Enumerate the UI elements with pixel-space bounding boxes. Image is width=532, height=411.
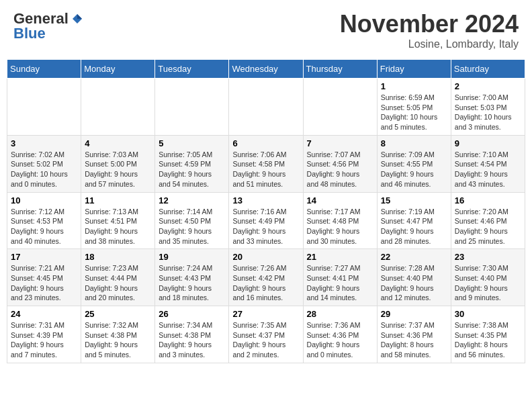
calendar-cell (303, 79, 377, 136)
day-info: Sunrise: 7:07 AMSunset: 4:56 PMDaylight:… (307, 150, 373, 189)
col-header-saturday: Saturday (451, 60, 525, 79)
calendar-cell: 1Sunrise: 6:59 AMSunset: 5:05 PMDaylight… (377, 79, 451, 136)
day-number: 13 (232, 195, 299, 205)
day-info: Sunrise: 7:23 AMSunset: 4:44 PMDaylight:… (85, 263, 151, 303)
day-number: 19 (159, 252, 225, 262)
month-title: November 2024 (340, 10, 519, 38)
day-number: 4 (85, 138, 151, 148)
svg-marker-1 (77, 14, 82, 19)
day-info: Sunrise: 7:37 AMSunset: 4:36 PMDaylight:… (381, 320, 447, 360)
day-number: 9 (455, 138, 521, 148)
calendar-table: SundayMondayTuesdayWednesdayThursdayFrid… (7, 59, 525, 363)
calendar-cell: 9Sunrise: 7:10 AMSunset: 4:54 PMDaylight… (451, 135, 525, 192)
calendar-cell: 6Sunrise: 7:06 AMSunset: 4:58 PMDaylight… (229, 135, 303, 192)
calendar-cell: 23Sunrise: 7:30 AMSunset: 4:40 PMDayligh… (451, 249, 525, 306)
day-info: Sunrise: 7:00 AMSunset: 5:03 PMDaylight:… (455, 93, 521, 132)
calendar-week-row: 17Sunrise: 7:21 AMSunset: 4:45 PMDayligh… (7, 249, 525, 306)
day-info: Sunrise: 7:10 AMSunset: 4:54 PMDaylight:… (455, 150, 521, 189)
calendar-cell: 29Sunrise: 7:37 AMSunset: 4:36 PMDayligh… (377, 306, 451, 363)
calendar-cell: 5Sunrise: 7:05 AMSunset: 4:59 PMDaylight… (155, 135, 229, 192)
calendar-week-row: 10Sunrise: 7:12 AMSunset: 4:53 PMDayligh… (7, 192, 525, 249)
calendar-cell: 8Sunrise: 7:09 AMSunset: 4:55 PMDaylight… (377, 135, 451, 192)
title-area: November 2024 Losine, Lombardy, Italy (340, 10, 519, 50)
calendar-cell: 21Sunrise: 7:27 AMSunset: 4:41 PMDayligh… (303, 249, 377, 306)
calendar-cell: 25Sunrise: 7:32 AMSunset: 4:38 PMDayligh… (81, 306, 155, 363)
day-number: 8 (381, 138, 447, 148)
day-number: 22 (381, 252, 447, 262)
day-info: Sunrise: 7:32 AMSunset: 4:38 PMDaylight:… (85, 320, 151, 360)
day-number: 21 (307, 252, 373, 262)
calendar-week-row: 1Sunrise: 6:59 AMSunset: 5:05 PMDaylight… (7, 79, 525, 136)
day-info: Sunrise: 7:26 AMSunset: 4:42 PMDaylight:… (232, 263, 299, 303)
day-info: Sunrise: 7:09 AMSunset: 4:55 PMDaylight:… (381, 150, 447, 189)
calendar-cell: 26Sunrise: 7:34 AMSunset: 4:38 PMDayligh… (155, 306, 229, 363)
day-info: Sunrise: 7:17 AMSunset: 4:48 PMDaylight:… (307, 207, 373, 246)
col-header-friday: Friday (377, 60, 451, 79)
logo: General Blue (13, 10, 83, 42)
day-number: 30 (455, 309, 521, 319)
day-info: Sunrise: 7:21 AMSunset: 4:45 PMDaylight:… (11, 263, 77, 303)
day-number: 10 (11, 195, 77, 205)
day-info: Sunrise: 7:31 AMSunset: 4:39 PMDaylight:… (11, 320, 77, 360)
calendar-cell: 4Sunrise: 7:03 AMSunset: 5:00 PMDaylight… (81, 135, 155, 192)
day-number: 23 (455, 252, 521, 262)
day-number: 1 (381, 81, 447, 91)
day-number: 25 (85, 309, 151, 319)
col-header-tuesday: Tuesday (155, 60, 229, 79)
day-number: 6 (232, 138, 299, 148)
calendar-cell: 19Sunrise: 7:24 AMSunset: 4:43 PMDayligh… (155, 249, 229, 306)
calendar-cell: 14Sunrise: 7:17 AMSunset: 4:48 PMDayligh… (303, 192, 377, 249)
day-number: 5 (159, 138, 225, 148)
day-number: 17 (11, 252, 77, 262)
day-number: 26 (159, 309, 225, 319)
calendar-cell: 3Sunrise: 7:02 AMSunset: 5:02 PMDaylight… (7, 135, 81, 192)
calendar-cell: 2Sunrise: 7:00 AMSunset: 5:03 PMDaylight… (451, 79, 525, 136)
calendar-cell (229, 79, 303, 136)
calendar-cell: 11Sunrise: 7:13 AMSunset: 4:51 PMDayligh… (81, 192, 155, 249)
calendar-cell: 10Sunrise: 7:12 AMSunset: 4:53 PMDayligh… (7, 192, 81, 249)
day-info: Sunrise: 7:02 AMSunset: 5:02 PMDaylight:… (11, 150, 77, 189)
calendar-cell: 17Sunrise: 7:21 AMSunset: 4:45 PMDayligh… (7, 249, 81, 306)
calendar-cell: 22Sunrise: 7:28 AMSunset: 4:40 PMDayligh… (377, 249, 451, 306)
day-info: Sunrise: 6:59 AMSunset: 5:05 PMDaylight:… (381, 93, 447, 132)
calendar-cell: 28Sunrise: 7:36 AMSunset: 4:36 PMDayligh… (303, 306, 377, 363)
day-info: Sunrise: 7:14 AMSunset: 4:50 PMDaylight:… (159, 207, 225, 246)
calendar-header-row: SundayMondayTuesdayWednesdayThursdayFrid… (7, 60, 525, 79)
calendar-cell: 30Sunrise: 7:38 AMSunset: 4:35 PMDayligh… (451, 306, 525, 363)
day-number: 18 (85, 252, 151, 262)
day-number: 14 (307, 195, 373, 205)
day-info: Sunrise: 7:06 AMSunset: 4:58 PMDaylight:… (232, 150, 299, 189)
calendar-cell (155, 79, 229, 136)
day-number: 12 (159, 195, 225, 205)
calendar-cell: 18Sunrise: 7:23 AMSunset: 4:44 PMDayligh… (81, 249, 155, 306)
day-number: 3 (11, 138, 77, 148)
day-info: Sunrise: 7:38 AMSunset: 4:35 PMDaylight:… (455, 320, 521, 360)
day-info: Sunrise: 7:19 AMSunset: 4:47 PMDaylight:… (381, 207, 447, 246)
day-info: Sunrise: 7:12 AMSunset: 4:53 PMDaylight:… (11, 207, 77, 246)
day-number: 15 (381, 195, 447, 205)
col-header-monday: Monday (81, 60, 155, 79)
calendar-cell (7, 79, 81, 136)
calendar-cell: 20Sunrise: 7:26 AMSunset: 4:42 PMDayligh… (229, 249, 303, 306)
day-number: 2 (455, 81, 521, 91)
day-number: 7 (307, 138, 373, 148)
calendar-cell: 27Sunrise: 7:35 AMSunset: 4:37 PMDayligh… (229, 306, 303, 363)
day-number: 16 (455, 195, 521, 205)
day-info: Sunrise: 7:13 AMSunset: 4:51 PMDaylight:… (85, 207, 151, 246)
day-info: Sunrise: 7:30 AMSunset: 4:40 PMDaylight:… (455, 263, 521, 303)
day-number: 29 (381, 309, 447, 319)
calendar-week-row: 24Sunrise: 7:31 AMSunset: 4:39 PMDayligh… (7, 306, 525, 363)
page-header: General Blue November 2024 Losine, Lomba… (7, 7, 525, 54)
calendar-cell (81, 79, 155, 136)
day-number: 27 (232, 309, 299, 319)
calendar-cell: 12Sunrise: 7:14 AMSunset: 4:50 PMDayligh… (155, 192, 229, 249)
day-number: 11 (85, 195, 151, 205)
calendar-cell: 7Sunrise: 7:07 AMSunset: 4:56 PMDaylight… (303, 135, 377, 192)
day-number: 28 (307, 309, 373, 319)
col-header-sunday: Sunday (7, 60, 81, 79)
day-info: Sunrise: 7:28 AMSunset: 4:40 PMDaylight:… (381, 263, 447, 303)
day-info: Sunrise: 7:20 AMSunset: 4:46 PMDaylight:… (455, 207, 521, 246)
col-header-thursday: Thursday (303, 60, 377, 79)
day-number: 20 (232, 252, 299, 262)
calendar-cell: 15Sunrise: 7:19 AMSunset: 4:47 PMDayligh… (377, 192, 451, 249)
